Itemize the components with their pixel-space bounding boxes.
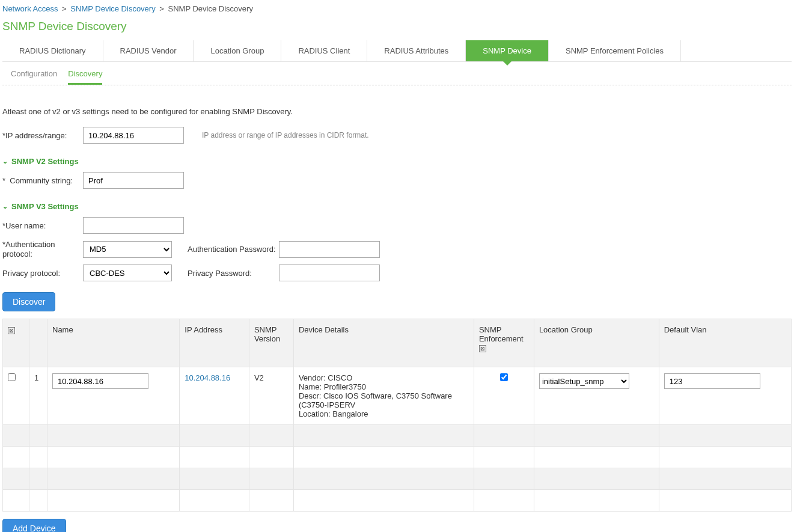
privacy-password-label: Privacy Password: — [188, 269, 279, 278]
select-all-icon[interactable]: ⊠ — [8, 327, 15, 334]
tab-location-group[interactable]: Location Group — [194, 40, 281, 61]
auth-password-label: Authentication Password: — [188, 245, 279, 254]
col-row-num — [29, 319, 47, 367]
discover-button[interactable]: Discover — [2, 292, 55, 311]
ip-range-label: *IP address/range: — [2, 131, 83, 140]
row-checkbox[interactable] — [8, 373, 16, 381]
row-vlan-input[interactable] — [664, 373, 760, 389]
main-tabs: RADIUS Dictionary RADIUS Vendor Location… — [2, 40, 792, 62]
info-text: Atleast one of v2 or v3 settings need to… — [2, 107, 792, 116]
subtab-configuration[interactable]: Configuration — [11, 69, 57, 85]
col-vlan: Default Vlan — [659, 319, 791, 367]
breadcrumb: Network Access > SNMP Device Discovery >… — [2, 2, 792, 15]
subtab-discovery[interactable]: Discovery — [68, 69, 102, 85]
table-row: 1 10.204.88.16 V2 Vendor: CISCO Name: Pr… — [3, 367, 792, 425]
snmp-v3-header[interactable]: ⌄ SNMP V3 Settings — [2, 195, 792, 217]
row-number: 1 — [29, 367, 47, 425]
privacy-password-input[interactable] — [279, 264, 380, 281]
tab-snmp-enforcement-policies[interactable]: SNMP Enforcement Policies — [549, 40, 681, 61]
breadcrumb-link-snmp-discovery[interactable]: SNMP Device Discovery — [70, 4, 155, 13]
add-device-button[interactable]: Add Device — [2, 519, 66, 532]
ip-range-hint: IP address or range of IP addresses in C… — [202, 131, 369, 139]
breadcrumb-current: SNMP Device Discovery — [168, 4, 253, 13]
tab-radius-dictionary[interactable]: RADIUS Dictionary — [2, 40, 103, 61]
privacy-protocol-select[interactable]: CBC-DES — [83, 264, 172, 281]
snmp-v3-header-label: SNMP V3 Settings — [11, 202, 79, 211]
col-version: SNMP Version — [249, 319, 293, 367]
breadcrumb-separator: > — [159, 4, 164, 13]
row-details: Vendor: CISCO Name: Profiler3750 Descr: … — [293, 367, 474, 425]
row-location-select[interactable]: initialSetup_snmp — [539, 373, 629, 389]
enforcement-all-icon[interactable]: ⊠ — [479, 345, 486, 352]
results-table: ⊠ Name IP Address SNMP Version Device De… — [2, 319, 792, 512]
page-title: SNMP Device Discovery — [2, 15, 792, 40]
breadcrumb-link-network-access[interactable]: Network Access — [2, 4, 58, 13]
tab-radius-vendor[interactable]: RADIUS Vendor — [103, 40, 194, 61]
auth-password-input[interactable] — [279, 241, 380, 258]
community-label: * Community string: — [2, 176, 83, 185]
sub-tabs: Configuration Discovery — [2, 62, 792, 85]
snmp-v2-header-label: SNMP V2 Settings — [11, 157, 79, 166]
snmp-v2-header[interactable]: ⌄ SNMP V2 Settings — [2, 150, 792, 172]
col-ip: IP Address — [180, 319, 249, 367]
col-location: Location Group — [534, 319, 659, 367]
auth-protocol-select[interactable]: MD5 — [83, 241, 172, 258]
breadcrumb-separator: > — [62, 4, 67, 13]
chevron-down-icon-2: ⌄ — [2, 203, 8, 210]
tab-radius-attributes[interactable]: RADIUS Attributes — [367, 40, 466, 61]
auth-protocol-label: *Authentication protocol: — [2, 240, 83, 258]
ip-range-input[interactable] — [83, 127, 184, 144]
row-ip-link[interactable]: 10.204.88.16 — [185, 373, 230, 382]
community-input[interactable] — [83, 172, 184, 189]
row-enforcement-checkbox[interactable] — [500, 373, 508, 381]
row-name-input[interactable] — [52, 373, 148, 389]
col-details: Device Details — [293, 319, 474, 367]
row-version: V2 — [249, 367, 293, 425]
username-input[interactable] — [83, 217, 184, 234]
col-enforcement: SNMP Enforcement ⊠ — [474, 319, 534, 367]
col-name: Name — [47, 319, 180, 367]
tab-snmp-device[interactable]: SNMP Device — [466, 40, 549, 61]
username-label: *User name: — [2, 221, 83, 230]
privacy-protocol-label: Privacy protocol: — [2, 269, 83, 278]
chevron-down-icon: ⌄ — [2, 157, 8, 165]
tab-radius-client[interactable]: RADIUS Client — [281, 40, 367, 61]
